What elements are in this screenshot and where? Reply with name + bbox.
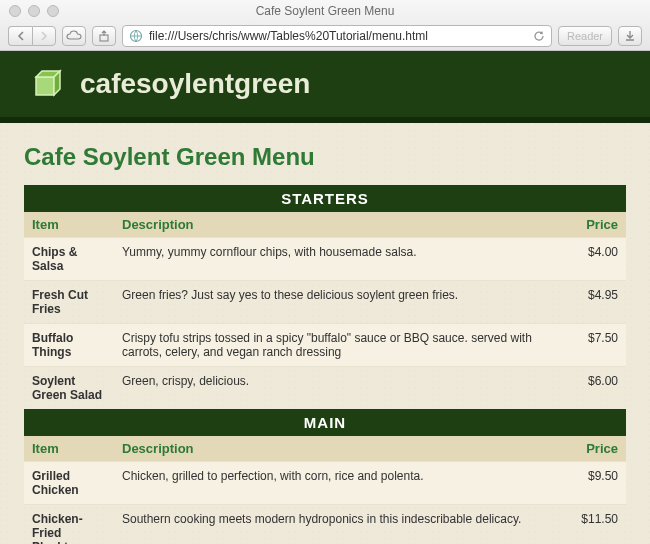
item-price: $7.50 — [566, 324, 626, 367]
item-price: $4.00 — [566, 238, 626, 281]
table-row: Soylent Green SaladGreen, crispy, delici… — [24, 367, 626, 410]
minimize-window-button[interactable] — [28, 5, 40, 17]
content-area: Cafe Soylent Green Menu STARTERSItemDesc… — [0, 123, 650, 544]
item-name: Soylent Green Salad — [24, 367, 114, 410]
share-button[interactable] — [92, 26, 116, 46]
back-button[interactable] — [8, 26, 32, 46]
browser-chrome: Cafe Soylent Green Menu Reader — [0, 0, 650, 51]
col-item: Item — [24, 436, 114, 462]
item-price: $9.50 — [566, 462, 626, 505]
col-item: Item — [24, 212, 114, 238]
table-row: Grilled ChickenChicken, grilled to perfe… — [24, 462, 626, 505]
page-title: Cafe Soylent Green Menu — [24, 143, 626, 171]
item-name: Grilled Chicken — [24, 462, 114, 505]
browser-toolbar: Reader — [0, 22, 650, 50]
item-price: $4.95 — [566, 281, 626, 324]
table-row: Fresh Cut FriesGreen fries? Just say yes… — [24, 281, 626, 324]
item-name: Buffalo Things — [24, 324, 114, 367]
titlebar: Cafe Soylent Green Menu — [0, 0, 650, 22]
reload-button[interactable] — [533, 30, 545, 42]
item-desc: Yummy, yummy cornflour chips, with house… — [114, 238, 566, 281]
traffic-lights — [0, 5, 59, 17]
menu-table: STARTERSItemDescriptionPriceChips & Sals… — [24, 185, 626, 544]
section-header: MAIN — [24, 409, 626, 436]
table-row: Chicken-Fried PlanktonSouthern cooking m… — [24, 505, 626, 545]
icloud-button[interactable] — [62, 26, 86, 46]
forward-button[interactable] — [32, 26, 56, 46]
table-row: Chips & SalsaYummy, yummy cornflour chip… — [24, 238, 626, 281]
downloads-button[interactable] — [618, 26, 642, 46]
site-logo: cafesoylentgreen — [26, 61, 310, 107]
col-price: Price — [566, 212, 626, 238]
item-desc: Green, crispy, delicious. — [114, 367, 566, 410]
item-name: Chips & Salsa — [24, 238, 114, 281]
table-row: Buffalo ThingsCrispy tofu strips tossed … — [24, 324, 626, 367]
close-window-button[interactable] — [9, 5, 21, 17]
item-name: Chicken-Fried Plankton — [24, 505, 114, 545]
site-icon — [129, 29, 143, 43]
item-price: $11.50 — [566, 505, 626, 545]
item-desc: Crispy tofu strips tossed in a spicy "bu… — [114, 324, 566, 367]
logo-cube-icon — [26, 61, 72, 107]
col-price: Price — [566, 436, 626, 462]
item-desc: Chicken, grilled to perfection, with cor… — [114, 462, 566, 505]
item-desc: Southern cooking meets modern hydroponic… — [114, 505, 566, 545]
section-header: STARTERS — [24, 185, 626, 212]
window-title: Cafe Soylent Green Menu — [0, 4, 650, 18]
logo-text: cafesoylentgreen — [80, 68, 310, 100]
address-bar[interactable] — [122, 25, 552, 47]
page-body: cafesoylentgreen Cafe Soylent Green Menu… — [0, 51, 650, 544]
item-name: Fresh Cut Fries — [24, 281, 114, 324]
item-price: $6.00 — [566, 367, 626, 410]
url-input[interactable] — [149, 29, 527, 43]
item-desc: Green fries? Just say yes to these delic… — [114, 281, 566, 324]
zoom-window-button[interactable] — [47, 5, 59, 17]
col-desc: Description — [114, 212, 566, 238]
site-banner: cafesoylentgreen — [0, 51, 650, 123]
svg-marker-2 — [36, 77, 54, 95]
reader-button[interactable]: Reader — [558, 26, 612, 46]
col-desc: Description — [114, 436, 566, 462]
